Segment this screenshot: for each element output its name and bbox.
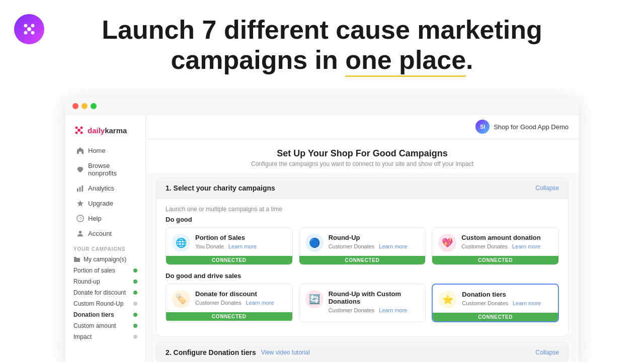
sidebar-campaign-roundup[interactable]: Round-up — [65, 276, 145, 287]
campaign-card-donate-discount[interactable]: 🏷️ Donate for discount Customer Donates … — [166, 284, 293, 322]
sidebar-campaign-custom-amount[interactable]: Custom amount — [65, 320, 145, 331]
svg-point-16 — [79, 231, 82, 234]
window-expand-dot — [91, 103, 97, 109]
campaign-status-dot — [133, 268, 137, 273]
custom-amount-icon: 💖 — [438, 234, 456, 252]
sidebar-item-help[interactable]: ? Help — [68, 211, 142, 226]
campaign-name: Donation tiers — [462, 291, 552, 298]
window-minimize-dot — [82, 103, 88, 109]
svg-point-8 — [80, 132, 83, 134]
campaign-status-dot — [133, 302, 137, 306]
donate-discount-icon: 🏷️ — [172, 290, 190, 308]
bar-chart-icon — [76, 185, 84, 192]
svg-point-0 — [24, 24, 28, 28]
svg-point-7 — [75, 132, 78, 134]
heart-icon — [76, 166, 84, 173]
campaign-status-dot — [133, 324, 137, 328]
main-content: SI Shop for Good App Demo Set Up Your Sh… — [146, 115, 579, 362]
sidebar-logo-icon — [73, 125, 85, 136]
learn-more-link[interactable]: Learn more — [379, 307, 407, 313]
campaign-name: Custom amount donation — [461, 234, 552, 241]
portion-of-sales-icon: 🌐 — [172, 234, 190, 252]
topbar-user: SI Shop for Good App Demo — [475, 120, 569, 134]
campaign-card-custom-amount[interactable]: 💖 Custom amount donation Customer Donate… — [432, 227, 559, 265]
connected-bar: CONNECTED — [166, 312, 292, 321]
roundup-custom-icon: 🔄 — [305, 290, 324, 308]
sidebar-item-upgrade[interactable]: Upgrade — [68, 196, 142, 211]
campaigns-row2: 🏷️ Donate for discount Customer Donates … — [166, 284, 559, 322]
sidebar-campaign-portion[interactable]: Portion of sales — [65, 265, 145, 276]
connected-bar: CONNECTED — [432, 256, 558, 264]
sidebar-my-campaigns[interactable]: My campaign(s) — [65, 254, 145, 265]
campaign-status-dot — [133, 313, 137, 317]
campaign-card-roundup[interactable]: 🔵 Round-Up Customer Donates Learn more C… — [299, 227, 426, 265]
page-header: Set Up Your Shop For Good Campaigns Conf… — [146, 139, 579, 172]
topbar: SI Shop for Good App Demo — [146, 115, 579, 139]
sidebar-campaign-donation-tiers[interactable]: Donation tiers — [65, 309, 145, 320]
svg-point-4 — [27, 27, 31, 31]
select-campaigns-section: 1. Select your charity campaigns Collaps… — [156, 177, 569, 337]
svg-point-6 — [80, 127, 83, 129]
hero-title: Launch 7 different cause marketing campa… — [10, 15, 634, 75]
learn-more-link[interactable]: Learn more — [246, 300, 274, 306]
sidebar: dailykarma Home Browse nonprofits Analyt… — [65, 115, 146, 362]
launch-info-text: Launch one or multiple campaigns at a ti… — [166, 206, 559, 213]
svg-point-2 — [24, 31, 28, 35]
page-subtitle: Configure the campaigns you want to conn… — [156, 160, 569, 167]
hero-section: Launch 7 different cause marketing campa… — [0, 0, 644, 85]
campaign-name: Portion of Sales — [195, 234, 286, 241]
configure-collapse-btn[interactable]: Collapse — [535, 349, 559, 356]
sidebar-campaign-impact[interactable]: Impact — [65, 331, 145, 342]
sidebar-logo: dailykarma — [65, 122, 145, 143]
sidebar-campaign-custom-roundup[interactable]: Custom Round-Up — [65, 298, 145, 309]
campaign-sub: Customer Donates — [195, 300, 242, 306]
configure-header: 2. Configure Donation tiers View video t… — [156, 342, 568, 362]
sidebar-item-home[interactable]: Home — [68, 143, 142, 158]
page-title: Set Up Your Shop For Good Campaigns — [156, 148, 569, 159]
svg-point-5 — [75, 127, 78, 129]
sidebar-item-browse[interactable]: Browse nonprofits — [68, 158, 142, 180]
account-settings-icon — [76, 230, 84, 237]
campaign-card-portion-of-sales[interactable]: 🌐 Portion of Sales You Donate Learn more… — [166, 227, 293, 265]
campaign-sub: Customer Donates — [329, 307, 375, 313]
learn-more-link[interactable]: Learn more — [512, 243, 540, 249]
section1-collapse-btn[interactable]: Collapse — [535, 185, 559, 192]
connected-bar: CONNECTED — [166, 256, 292, 264]
donation-tiers-icon: ⭐ — [439, 291, 457, 309]
app-logo — [14, 14, 44, 44]
window-chrome — [65, 98, 579, 115]
campaign-name: Round-Up with Custom Donations — [329, 290, 420, 305]
campaign-status-dot — [133, 291, 137, 295]
sidebar-item-account[interactable]: Account — [68, 226, 142, 241]
campaign-card-roundup-custom[interactable]: 🔄 Round-Up with Custom Donations Custome… — [299, 284, 426, 322]
window-close-dot — [72, 103, 78, 109]
svg-text:?: ? — [79, 216, 82, 221]
campaign-card-donation-tiers[interactable]: ⭐ Donation tiers Customer Donates Learn … — [432, 284, 559, 322]
topbar-username: Shop for Good App Demo — [494, 123, 569, 131]
home-icon — [76, 147, 84, 154]
campaign-sub: You Donate — [195, 243, 224, 249]
campaign-name: Donate for discount — [195, 290, 286, 298]
campaign-sub: Customer Donates — [329, 243, 375, 249]
learn-more-link[interactable]: Learn more — [379, 243, 407, 249]
window-body: dailykarma Home Browse nonprofits Analyt… — [65, 115, 579, 362]
folder-icon — [73, 256, 80, 263]
configure-title: 2. Configure Donation tiers — [166, 348, 256, 356]
connected-bar: CONNECTED — [433, 313, 558, 321]
campaign-sub: Customer Donates — [462, 300, 508, 306]
svg-point-9 — [77, 129, 80, 132]
sidebar-campaign-discount[interactable]: Donate for discount — [65, 287, 145, 298]
section1-header: 1. Select your charity campaigns Collaps… — [156, 178, 568, 199]
learn-more-link[interactable]: Learn more — [513, 300, 541, 306]
sidebar-logo-text: dailykarma — [88, 126, 127, 135]
campaign-sub: Customer Donates — [461, 243, 508, 249]
campaign-name: Round-Up — [329, 234, 420, 241]
view-video-tutorial-link[interactable]: View video tutorial — [261, 349, 310, 356]
learn-more-link[interactable]: Learn more — [228, 243, 257, 249]
upgrade-icon — [76, 200, 84, 207]
do-good-label: Do good — [166, 216, 559, 223]
help-icon: ? — [76, 215, 84, 222]
campaign-status-dot — [133, 335, 137, 339]
connected-bar: CONNECTED — [299, 256, 426, 264]
sidebar-item-analytics[interactable]: Analytics — [68, 181, 142, 196]
